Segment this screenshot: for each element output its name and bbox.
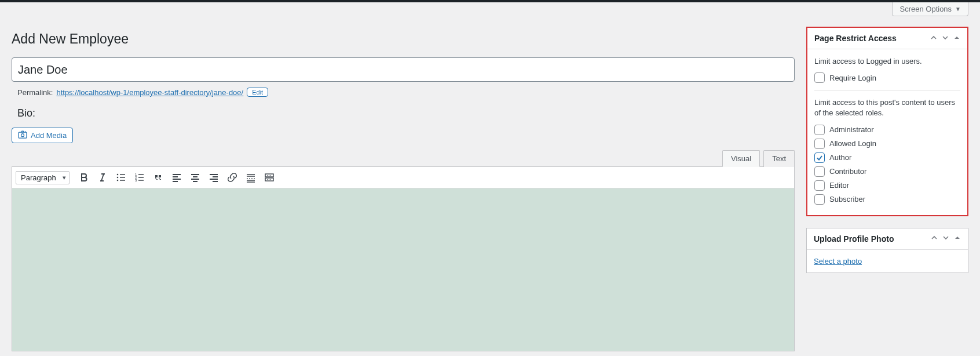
restrict-panel-title: Page Restrict Access	[814, 34, 897, 43]
align-center-icon	[189, 172, 201, 183]
italic-icon	[97, 172, 108, 183]
role-row[interactable]: Allowed Login	[814, 139, 960, 149]
link-icon	[226, 172, 238, 183]
role-label: Allowed Login	[829, 139, 876, 148]
role-label: Administrator	[829, 125, 874, 134]
checkbox-icon	[814, 152, 825, 163]
svg-point-2	[116, 174, 118, 176]
svg-rect-0	[19, 132, 27, 138]
add-media-button[interactable]: Add Media	[12, 128, 73, 143]
role-label: Editor	[829, 181, 849, 190]
link-button[interactable]	[224, 169, 241, 186]
align-right-button[interactable]	[205, 169, 222, 186]
permalink-base: https://localhost/wp-1/employee-staff-di…	[56, 88, 212, 97]
editor-wrap: Paragraph 123	[12, 166, 795, 351]
align-right-icon	[208, 172, 220, 183]
tab-text[interactable]: Text	[763, 150, 795, 167]
checkbox-icon	[814, 166, 825, 177]
list-ul-icon	[115, 172, 127, 183]
post-title-input[interactable]	[12, 57, 795, 82]
checkbox-icon	[814, 139, 825, 149]
checkbox-icon	[814, 180, 825, 191]
quote-icon	[152, 172, 164, 183]
edit-slug-button[interactable]: Edit	[247, 88, 268, 97]
panel-move-down-icon[interactable]	[942, 234, 949, 243]
panel-move-down-icon[interactable]	[942, 34, 949, 43]
svg-point-4	[116, 180, 118, 181]
role-label: Subscriber	[829, 195, 865, 204]
ol-button[interactable]: 123	[131, 169, 148, 186]
blockquote-button[interactable]	[149, 169, 167, 186]
tab-visual[interactable]: Visual	[722, 150, 760, 167]
ul-button[interactable]	[112, 169, 130, 186]
divider	[814, 90, 960, 90]
role-label: Contributor	[829, 167, 866, 176]
screen-options-button[interactable]: Screen Options ▼	[892, 2, 968, 16]
align-left-button[interactable]	[168, 169, 185, 186]
camera-icon	[18, 130, 27, 140]
panel-toggle-icon[interactable]	[953, 34, 960, 43]
checkbox-icon	[814, 125, 825, 135]
restrict-desc-1: Limit access to Logged in users.	[814, 56, 960, 67]
checkbox-icon	[814, 72, 825, 83]
panel-toggle-icon[interactable]	[954, 234, 961, 243]
align-left-icon	[171, 172, 182, 183]
bold-button[interactable]	[75, 169, 93, 186]
permalink-label: Permalink:	[17, 88, 53, 97]
checkbox-icon	[814, 194, 825, 205]
list-ol-icon: 123	[134, 172, 145, 183]
bold-icon	[78, 172, 90, 183]
role-label: Author	[829, 153, 851, 162]
restrict-desc-2: Limit access to this post's content to u…	[814, 97, 960, 118]
upload-profile-photo-panel: Upload Profile Photo Select a photo	[806, 228, 968, 273]
italic-button[interactable]	[94, 169, 111, 186]
page-restrict-access-panel: Page Restrict Access Limit access to Log…	[806, 27, 968, 216]
panel-move-up-icon[interactable]	[930, 34, 937, 43]
role-row[interactable]: Subscriber	[814, 194, 960, 205]
add-media-label: Add Media	[31, 131, 67, 140]
bio-heading: Bio:	[17, 107, 795, 119]
editor-toolbar: Paragraph 123	[12, 167, 794, 188]
photo-panel-title: Upload Profile Photo	[814, 234, 894, 244]
require-login-row[interactable]: Require Login	[814, 72, 960, 83]
svg-point-1	[21, 134, 24, 137]
role-row[interactable]: Author	[814, 152, 960, 163]
read-more-button[interactable]	[242, 169, 259, 186]
editor-content-area[interactable]	[12, 188, 794, 351]
svg-point-3	[116, 177, 118, 179]
role-row[interactable]: Administrator	[814, 125, 960, 135]
toolbar-toggle-icon	[264, 172, 275, 183]
align-center-button[interactable]	[187, 169, 204, 186]
format-select[interactable]: Paragraph	[16, 171, 70, 184]
permalink-slug: jane-doe/	[212, 88, 243, 97]
permalink-link[interactable]: https://localhost/wp-1/employee-staff-di…	[56, 88, 243, 97]
page-title: Add New Employee	[12, 31, 795, 47]
panel-move-up-icon[interactable]	[931, 234, 938, 243]
screen-options-label: Screen Options	[899, 5, 952, 13]
svg-text:3: 3	[135, 179, 137, 182]
toolbar-toggle-button[interactable]	[261, 169, 278, 186]
role-row[interactable]: Contributor	[814, 166, 960, 177]
role-row[interactable]: Editor	[814, 180, 960, 191]
caret-down-icon: ▼	[955, 6, 961, 12]
select-photo-link[interactable]: Select a photo	[814, 257, 862, 266]
read-more-icon	[245, 172, 257, 183]
require-login-label: Require Login	[829, 74, 876, 82]
